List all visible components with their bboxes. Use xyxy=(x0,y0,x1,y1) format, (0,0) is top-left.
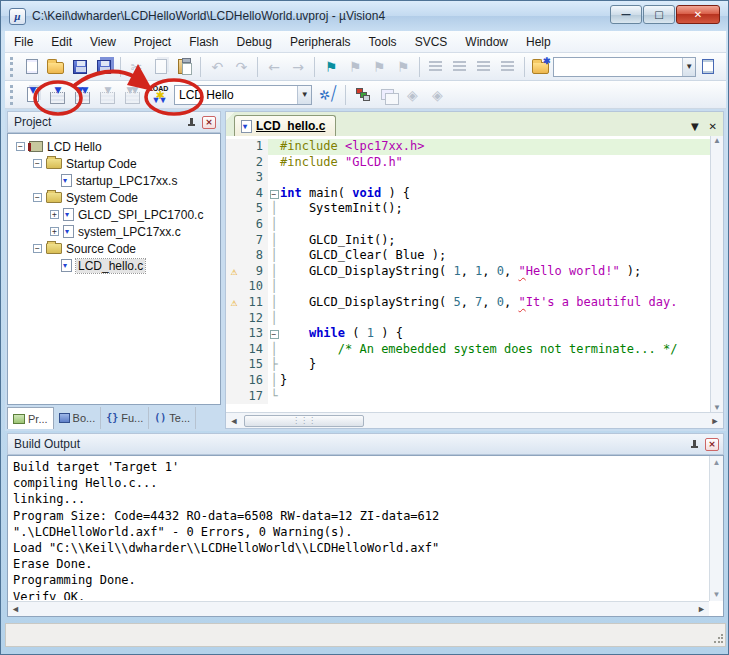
scroll-up-icon[interactable]: ▲ xyxy=(713,136,721,145)
tree-expander-icon[interactable]: − xyxy=(33,159,42,168)
combobox-dropdown-icon[interactable]: ▼ xyxy=(297,86,311,104)
tree-expander-icon[interactable]: − xyxy=(33,244,42,253)
find-in-files-button[interactable]: ✱ xyxy=(529,55,553,79)
stop-build-button[interactable]: ▼▼ xyxy=(120,83,145,107)
close-document-icon[interactable]: ✕ xyxy=(709,121,717,132)
target-options-button[interactable]: ✲╱ xyxy=(316,83,341,107)
tab-list-dropdown-icon[interactable]: ▼ xyxy=(691,121,699,132)
scroll-down-icon[interactable]: ▼ xyxy=(713,403,721,412)
toolbar-grip[interactable] xyxy=(10,85,17,105)
tree-expander-icon[interactable]: − xyxy=(16,142,25,151)
console-horizontal-scrollbar[interactable]: ◄ ► xyxy=(8,601,709,616)
search-combobox[interactable]: ▼ xyxy=(553,57,697,77)
tree-item-lcd-hello[interactable]: −LCD Hello xyxy=(8,138,220,155)
panel-tab-te[interactable]: ()Te... xyxy=(149,407,196,429)
menu-debug[interactable]: Debug xyxy=(228,32,281,52)
open-file-button[interactable] xyxy=(44,55,68,79)
translate-button[interactable]: ▼ xyxy=(20,83,45,107)
tree-item-startup-code[interactable]: −Startup Code xyxy=(8,155,220,172)
find-button[interactable] xyxy=(696,55,720,79)
code-area[interactable]: 1#include <lpc17xx.h>2#include "GLCD.h"3… xyxy=(226,136,710,412)
editor-horizontal-scrollbar[interactable]: ◄ ⋮⋮⋮ ► xyxy=(226,412,723,428)
comment-button[interactable] xyxy=(472,55,496,79)
menu-file[interactable]: File xyxy=(5,32,42,52)
tree-expander-icon[interactable]: − xyxy=(33,193,42,202)
scroll-up-icon[interactable]: ▲ xyxy=(713,458,721,467)
cut-button[interactable]: ✂ xyxy=(125,55,149,79)
indent-button[interactable] xyxy=(424,55,448,79)
scroll-left-icon[interactable]: ◄ xyxy=(226,416,242,426)
file-icon xyxy=(61,259,72,272)
menu-view[interactable]: View xyxy=(81,32,125,52)
workspace-button[interactable]: ◈ xyxy=(425,83,450,107)
scrollbar-thumb[interactable]: ⋮⋮⋮ xyxy=(244,415,364,427)
scroll-left-icon[interactable]: ◄ xyxy=(11,604,20,614)
new-file-button[interactable] xyxy=(20,55,44,79)
fold-collapse-icon[interactable]: − xyxy=(268,186,280,202)
menu-help[interactable]: Help xyxy=(517,32,560,52)
tree-expander-icon[interactable]: + xyxy=(50,227,59,236)
next-bookmark-button[interactable]: ⚑ xyxy=(367,55,391,79)
rebuild-button[interactable]: ▼▼ xyxy=(70,83,95,107)
paste-button[interactable] xyxy=(173,55,197,79)
menu-svcs[interactable]: SVCS xyxy=(406,32,457,52)
batch-build-button[interactable]: ▼ xyxy=(95,83,120,107)
insert-bookmark-button[interactable]: ⚑ xyxy=(319,55,343,79)
navigate-forward-button[interactable]: → xyxy=(286,55,310,79)
target-select-value[interactable] xyxy=(175,88,297,102)
console-vertical-scrollbar[interactable]: ▲ ▼ xyxy=(709,456,723,601)
pin-icon[interactable] xyxy=(186,117,197,128)
multi-project-button[interactable]: ◈ xyxy=(400,83,425,107)
tree-item-system-lpc17xx-c[interactable]: +system_LPC17xx.c xyxy=(8,223,220,240)
build-button[interactable]: ▼ xyxy=(45,83,70,107)
redo-button[interactable]: ↷ xyxy=(229,55,253,79)
menu-window[interactable]: Window xyxy=(456,32,517,52)
manage-components-button[interactable] xyxy=(350,83,375,107)
tree-item-glcd-spi-lpc1700-c[interactable]: +GLCD_SPI_LPC1700.c xyxy=(8,206,220,223)
scroll-down-icon[interactable]: ▼ xyxy=(713,590,721,599)
combobox-dropdown-icon[interactable]: ▼ xyxy=(682,58,696,76)
scroll-right-icon[interactable]: ► xyxy=(707,416,723,426)
previous-bookmark-button[interactable]: ⚑ xyxy=(343,55,367,79)
menu-tools[interactable]: Tools xyxy=(360,32,406,52)
maximize-button[interactable]: □ xyxy=(643,5,675,24)
menu-peripherals[interactable]: Peripherals xyxy=(281,32,360,52)
fold-collapse-icon[interactable]: − xyxy=(268,326,280,342)
save-all-button[interactable] xyxy=(92,55,116,79)
editor-vertical-scrollbar[interactable]: ▲ ▼ xyxy=(710,136,723,412)
title-bar[interactable]: µ C:\Keil\dwharder\LCDHelloWorld\LCDHell… xyxy=(1,1,728,31)
save-button[interactable] xyxy=(68,55,92,79)
menu-edit[interactable]: Edit xyxy=(42,32,81,52)
navigate-back-button[interactable]: ← xyxy=(262,55,286,79)
scroll-right-icon[interactable]: ► xyxy=(697,604,706,614)
file-extensions-button[interactable] xyxy=(375,83,400,107)
target-select[interactable]: ▼ xyxy=(174,85,312,105)
panel-tab-bo[interactable]: Bo... xyxy=(54,407,102,429)
clear-bookmarks-button[interactable]: ⚑ xyxy=(391,55,415,79)
toolbar-grip[interactable] xyxy=(10,57,17,77)
project-tree[interactable]: −LCD Hello−Startup Codestartup_LPC17xx.s… xyxy=(7,133,221,405)
panel-tab-fu[interactable]: {}Fu... xyxy=(101,407,149,429)
unindent-button[interactable] xyxy=(448,55,472,79)
tree-item-lcd-hello-c[interactable]: LCD_hello.c xyxy=(8,257,220,274)
menu-project[interactable]: Project xyxy=(125,32,180,52)
tree-item-system-code[interactable]: −System Code xyxy=(8,189,220,206)
undo-button[interactable]: ↶ xyxy=(205,55,229,79)
project-close-icon[interactable]: × xyxy=(202,116,216,129)
editor-tab-lcd-hello[interactable]: LCD_hello.c xyxy=(234,115,336,136)
pin-icon[interactable] xyxy=(689,439,700,450)
close-button[interactable]: ✕ xyxy=(676,5,720,24)
build-output-close-icon[interactable]: × xyxy=(705,438,719,451)
tree-expander-icon[interactable]: + xyxy=(50,210,59,219)
search-input[interactable] xyxy=(554,60,682,74)
build-output-console[interactable]: Build target 'Target 1'compiling Hello.c… xyxy=(7,455,724,617)
minimize-button[interactable]: — xyxy=(610,5,642,24)
tree-item-startup-lpc17xx-s[interactable]: startup_LPC17xx.s xyxy=(8,172,220,189)
menu-flash[interactable]: Flash xyxy=(180,32,227,52)
uncomment-button[interactable] xyxy=(496,55,520,79)
load-button[interactable]: LOAD✱▼▼ xyxy=(145,83,170,107)
tree-item-source-code[interactable]: −Source Code xyxy=(8,240,220,257)
copy-button[interactable] xyxy=(149,55,173,79)
panel-tab-pr[interactable]: Pr... xyxy=(7,407,54,429)
resize-grip[interactable] xyxy=(713,634,723,644)
